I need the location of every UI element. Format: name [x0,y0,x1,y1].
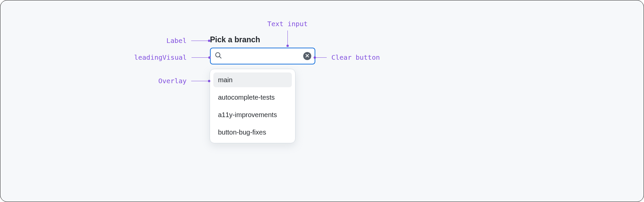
annotation-label: leadingVisual [134,53,187,61]
overlay-item[interactable]: main [213,72,292,87]
autocomplete-overlay: main autocomplete-tests a11y-improvement… [210,69,296,143]
overlay-item-label: autocomplete-tests [218,94,275,101]
annotation-clear-button: Clear button [314,53,380,61]
annotation-label: Label [166,37,186,45]
input-label: Pick a branch [210,35,317,44]
overlay-item-label: button-bug-fixes [218,129,266,136]
autocomplete-component: Pick a branch main [210,35,317,64]
overlay-item-label: main [218,76,232,84]
annotation-label: Overlay [158,77,186,85]
annotation-label: Text input [267,20,308,28]
diagram-canvas: Pick a branch main [0,0,644,202]
overlay-item[interactable]: a11y-improvements [213,107,292,122]
overlay-item-label: a11y-improvements [218,111,277,119]
search-icon [215,52,222,60]
svg-line-1 [219,56,221,58]
branch-input[interactable] [225,53,300,60]
annotation-overlay: Overlay [158,77,210,85]
close-icon [305,54,309,59]
overlay-item[interactable]: autocomplete-tests [213,90,292,105]
annotation-leading-visual: leadingVisual [134,53,211,61]
overlay-item[interactable]: button-bug-fixes [213,125,292,140]
annotation-label: Clear button [331,53,380,61]
text-input-container[interactable] [210,48,315,64]
annotation-label-callout: Label [166,37,210,45]
clear-button[interactable] [303,52,311,60]
